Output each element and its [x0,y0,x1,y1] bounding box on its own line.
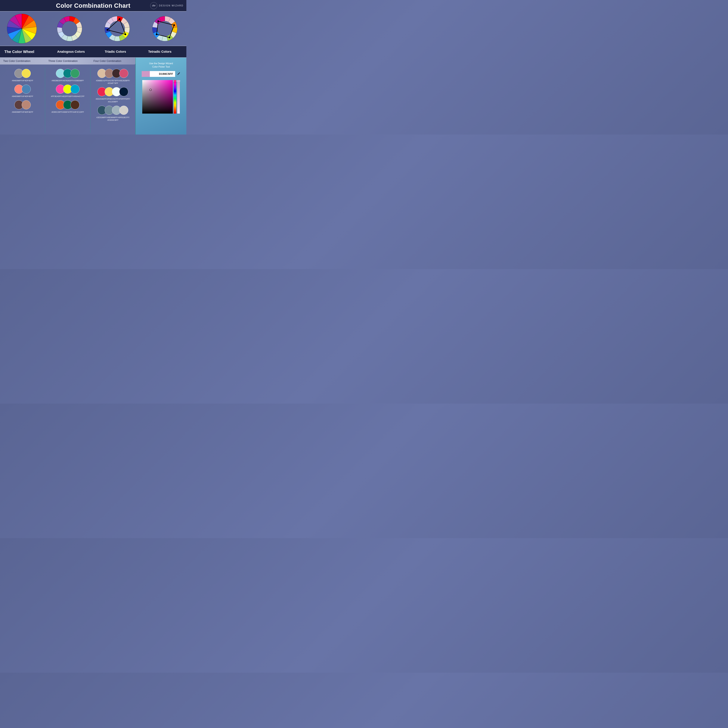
label-tetradic: Tetradic Colors [138,50,182,54]
brand-logo: dw DESIGN WIZARD [150,2,184,9]
svg-point-7 [168,37,170,38]
swatch-group: #FF3EA5FF/#EDFF00FF/#00A4CCFF [51,84,84,98]
swatch-group: #949398FF/#F4DF4EFF [12,84,33,98]
hex-label: #FF3EA5FF/#EDFF00FF/#00A4CCFF [51,95,84,98]
label-color-wheel: The Color Wheel [5,49,49,54]
color-swatch [70,69,80,78]
four-color-column: #DBBEA1FF/#A37B73FF/#3E282BFF/#D34F73FF#… [90,67,135,133]
swatches [12,69,33,78]
svg-point-2 [125,34,126,35]
swatches [52,69,84,78]
color-swatch [70,100,80,109]
combination-tabs: Two Color Combination Three Color Combin… [0,58,135,64]
picker-canvas [142,80,180,113]
picker-prompt-line2: Color Picker Tool [152,66,170,68]
label-analogous: Analogous Colors [49,50,93,54]
color-swatch [70,84,80,93]
swatch-group: #E95C20FF/#006747FF/#4F2C1DFF [51,100,84,113]
main-content: Two Color Combination Three Color Combin… [0,58,187,135]
hex-label: #95DBE5FF/#078282FF/#339E66FF [52,80,84,82]
swatch-group: #2E5266FF/#6E8898FF/#9FB1BCFF/#D3D0CBFF [96,106,130,121]
swatches [96,69,130,78]
hex-label: #949398FF/#F4DF4EFF [12,95,33,98]
swatches [96,87,130,96]
swatch-group: #95DBE5FF/#078282FF/#339E66FF [52,69,84,82]
header-bar: Color Combination Chart dw DESIGN WIZARD [0,0,187,12]
section-labels: The Color Wheel Analogous Colors Triadic… [0,46,187,58]
picker-prompt: Use the Design Wizard Color Picker Tool [149,62,173,69]
swatch-group: #949398FF/#F4DF4EFF [12,69,33,82]
label-triadic: Triadic Colors [93,50,138,54]
brand-logo-text: DESIGN WIZARD [159,5,184,7]
swatch-group: #ED254EFF/#F9DC5CFF/#F4FFFDFF/#011936FF [96,87,130,103]
saturation-value-box[interactable] [142,80,173,113]
swatch-group: #DBBEA1FF/#A37B73FF/#3E282BFF/#D34F73FF [96,69,130,84]
picker-hex-value: D198C5FF [150,72,175,76]
tab-four-color[interactable]: Four Color Combination [90,60,135,63]
picker-input-row: D198C5FF [139,71,183,77]
tab-three-color[interactable]: Three Color Combination [45,60,90,63]
swatches [51,100,84,109]
swatch-group: #949398FF/#F4DF4EFF [12,100,33,113]
hex-label: #949398FF/#F4DF4EFF [12,111,33,113]
triadic-wheel [100,15,135,43]
hex-label: #DBBEA1FF/#A37B73FF/#3E282BFF/#D34F73FF [96,80,130,84]
color-swatch [22,100,31,109]
swatches [12,100,33,109]
color-wheel-full [5,13,39,44]
color-wheel-icon [5,13,39,44]
svg-point-1 [119,18,121,20]
tetradic-wheel [147,15,182,43]
wheels-row [0,12,187,46]
swatches [12,84,33,93]
three-color-column: #95DBE5FF/#078282FF/#339E66FF#FF3EA5FF/#… [45,67,90,133]
color-swatch [119,69,128,78]
color-swatch [119,87,128,96]
tint-slider[interactable] [177,80,180,113]
hex-label: #ED254EFF/#F9DC5CFF/#F4FFFDFF/#011936FF [96,98,130,103]
analogous-wheel [52,15,87,43]
picker-input[interactable]: D198C5FF [142,71,175,77]
hex-label: #E95C20FF/#006747FF/#4F2C1DFF [51,111,84,113]
two-color-column: #949398FF/#F4DF4EFF#949398FF/#F4DF4EFF#9… [0,67,45,133]
picker-swatch [142,71,150,77]
color-swatch [22,84,31,93]
svg-point-5 [173,24,175,26]
triadic-wheel-icon [103,15,131,43]
analogous-wheel-icon [56,15,83,43]
hue-slider[interactable] [174,80,176,113]
color-picker-panel: Use the Design Wizard Color Picker Tool … [135,58,187,135]
combination-columns: #949398FF/#F4DF4EFF#949398FF/#F4DF4EFF#9… [0,64,135,135]
swatches [51,84,84,93]
svg-point-3 [106,29,108,31]
combinations-panel: Two Color Combination Three Color Combin… [0,58,135,135]
swatches [96,106,130,115]
color-swatch [22,69,31,78]
picker-prompt-line1: Use the Design Wizard [149,62,173,65]
svg-point-8 [156,34,158,35]
color-swatch [119,106,128,115]
hex-label: #949398FF/#F4DF4EFF [12,80,33,82]
sv-cursor[interactable] [150,89,151,91]
tetradic-wheel-icon [151,15,179,43]
hex-label: #2E5266FF/#6E8898FF/#9FB1BCFF/#D3D0CBFF [96,116,130,121]
eyedropper-icon[interactable] [177,72,180,76]
svg-point-6 [158,20,159,22]
tab-two-color[interactable]: Two Color Combination [0,60,45,63]
brand-logo-circle: dw [150,2,157,9]
